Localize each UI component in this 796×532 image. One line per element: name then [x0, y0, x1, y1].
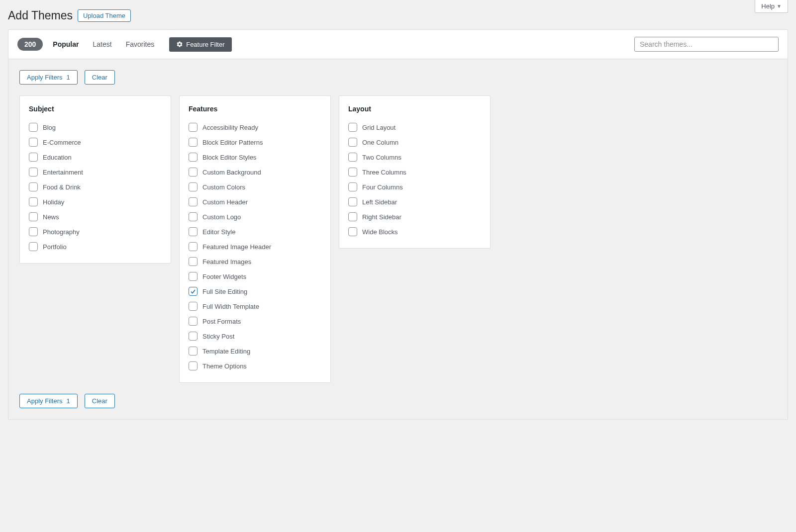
filter-option[interactable]: Education: [29, 150, 162, 165]
filter-option[interactable]: Grid Layout: [348, 120, 481, 135]
filter-option[interactable]: Right Sidebar: [348, 209, 481, 224]
upload-theme-button[interactable]: Upload Theme: [78, 9, 131, 22]
search-input[interactable]: [634, 37, 779, 52]
filter-option-label: Left Sidebar: [362, 198, 397, 206]
checkbox[interactable]: [29, 212, 38, 221]
checkbox[interactable]: [348, 197, 357, 206]
filter-option[interactable]: Portfolio: [29, 239, 162, 254]
filter-option[interactable]: Block Editor Styles: [189, 150, 321, 165]
tab-latest[interactable]: Latest: [89, 38, 115, 50]
checkbox[interactable]: [29, 138, 38, 147]
checkbox[interactable]: [29, 168, 38, 177]
checkbox[interactable]: [189, 332, 198, 341]
filter-option[interactable]: Theme Options: [189, 358, 321, 373]
filter-option[interactable]: Sticky Post: [189, 329, 321, 344]
feature-filter-label: Feature Filter: [186, 41, 224, 48]
clear-button[interactable]: Clear: [85, 70, 115, 85]
filter-option[interactable]: Full Width Template: [189, 299, 321, 314]
checkbox[interactable]: [29, 227, 38, 236]
filter-option-label: Footer Widgets: [202, 273, 246, 280]
filter-option[interactable]: Editor Style: [189, 224, 321, 239]
filter-option[interactable]: Custom Logo: [189, 209, 321, 224]
filter-bar: 200 PopularLatestFavorites Feature Filte…: [8, 30, 788, 59]
checkbox[interactable]: [29, 123, 38, 132]
filter-option-label: Accessibility Ready: [202, 124, 258, 131]
filter-option[interactable]: Food & Drink: [29, 179, 162, 194]
checkbox[interactable]: [348, 168, 357, 177]
filter-option[interactable]: Holiday: [29, 194, 162, 209]
checkbox[interactable]: [189, 123, 198, 132]
checkbox[interactable]: [189, 153, 198, 162]
checkbox[interactable]: [348, 138, 357, 147]
filter-option[interactable]: Custom Background: [189, 165, 321, 179]
checkbox[interactable]: [189, 182, 198, 191]
filter-option[interactable]: Footer Widgets: [189, 269, 321, 284]
checkbox[interactable]: [348, 153, 357, 162]
filter-option[interactable]: Four Columns: [348, 179, 481, 194]
filter-option[interactable]: Custom Header: [189, 194, 321, 209]
filter-option-label: News: [43, 213, 59, 221]
tab-favorites[interactable]: Favorites: [122, 38, 159, 50]
checkbox[interactable]: [189, 212, 198, 221]
checkbox[interactable]: [348, 212, 357, 221]
filter-option[interactable]: Custom Colors: [189, 179, 321, 194]
checkbox[interactable]: [189, 138, 198, 147]
filter-option[interactable]: Template Editing: [189, 344, 321, 358]
filter-option[interactable]: Block Editor Patterns: [189, 135, 321, 150]
check-icon: [190, 288, 197, 295]
filter-option-label: Custom Colors: [202, 183, 245, 191]
filter-option[interactable]: Accessibility Ready: [189, 120, 321, 135]
checkbox[interactable]: [348, 182, 357, 191]
filter-option[interactable]: E-Commerce: [29, 135, 162, 150]
apply-filters-button-bottom[interactable]: Apply Filters 1: [19, 394, 78, 408]
filter-option[interactable]: One Column: [348, 135, 481, 150]
tab-popular[interactable]: Popular: [49, 38, 83, 50]
checkbox[interactable]: [189, 227, 198, 236]
filter-option[interactable]: Left Sidebar: [348, 194, 481, 209]
help-tab[interactable]: Help ▼: [755, 0, 788, 13]
filter-option-label: Education: [43, 154, 72, 161]
filter-columns: Subject BlogE-CommerceEducationEntertain…: [19, 95, 777, 383]
checkbox[interactable]: [189, 317, 198, 326]
feature-filter-button[interactable]: Feature Filter: [169, 37, 231, 52]
checkbox[interactable]: [189, 242, 198, 251]
filter-option[interactable]: Featured Image Header: [189, 239, 321, 254]
filter-option[interactable]: Featured Images: [189, 254, 321, 269]
filter-option[interactable]: Post Formats: [189, 314, 321, 329]
checkbox[interactable]: [29, 197, 38, 206]
filter-option-label: Entertainment: [43, 169, 83, 176]
checkbox[interactable]: [189, 361, 198, 370]
filter-option-label: Block Editor Styles: [202, 154, 256, 161]
group-title-features: Features: [189, 105, 321, 113]
checkbox[interactable]: [348, 227, 357, 236]
filter-option-label: Custom Logo: [202, 213, 241, 221]
checkbox[interactable]: [189, 272, 198, 281]
apply-filters-button[interactable]: Apply Filters 1: [19, 70, 78, 85]
checkbox[interactable]: [189, 347, 198, 355]
checkbox[interactable]: [189, 287, 198, 296]
filter-option[interactable]: News: [29, 209, 162, 224]
filter-option[interactable]: Full Site Editing: [189, 284, 321, 299]
checkbox[interactable]: [29, 242, 38, 251]
filter-option-label: Block Editor Patterns: [202, 139, 263, 146]
checkbox[interactable]: [189, 257, 198, 266]
apply-row-bottom: Apply Filters 1 Clear: [19, 394, 777, 408]
filter-option[interactable]: Entertainment: [29, 165, 162, 179]
checkbox[interactable]: [189, 168, 198, 177]
checkbox[interactable]: [29, 182, 38, 191]
filter-option[interactable]: Three Columns: [348, 165, 481, 179]
filter-option-label: Sticky Post: [202, 333, 234, 340]
filter-option-label: Full Width Template: [202, 303, 259, 310]
checkbox[interactable]: [189, 302, 198, 311]
page-title: Add Themes: [8, 9, 73, 22]
checkbox[interactable]: [29, 153, 38, 162]
filter-option[interactable]: Blog: [29, 120, 162, 135]
page-header: Add Themes Upload Theme Help ▼: [8, 5, 788, 29]
filter-option[interactable]: Two Columns: [348, 150, 481, 165]
checkbox[interactable]: [348, 123, 357, 132]
clear-button-bottom[interactable]: Clear: [85, 394, 115, 408]
apply-filters-label: Apply Filters: [27, 74, 63, 81]
filter-option[interactable]: Photography: [29, 224, 162, 239]
filter-option[interactable]: Wide Blocks: [348, 224, 481, 239]
checkbox[interactable]: [189, 197, 198, 206]
